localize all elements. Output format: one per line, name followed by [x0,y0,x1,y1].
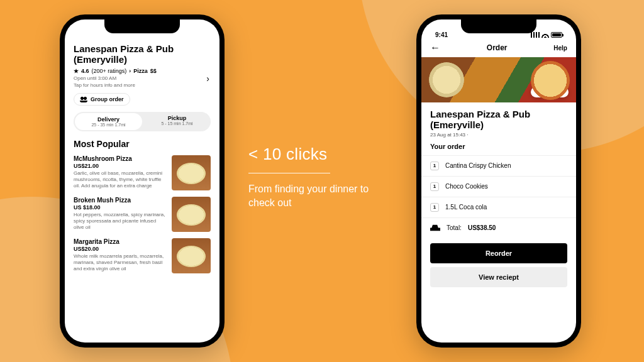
divider [248,173,330,173]
back-arrow-icon[interactable]: ← [430,42,440,53]
item-thumbnail [172,155,211,190]
marketing-copy: < 10 clicks From finding your dinner to … [248,145,393,209]
car-icon [430,224,440,232]
qty-badge: 1 [430,203,439,212]
order-line[interactable]: 1 1.5L Coca cola [430,197,567,217]
subheadline: From finding your dinner to check out [248,182,393,209]
rating-count: (200+ ratings) [92,68,127,74]
item-desc: Whole milk mozarrela pearls, mozarrela, … [74,253,167,272]
item-name: Margarita Pizza [74,238,167,245]
item-price: US$20.00 [74,246,167,252]
item-thumbnail [172,238,211,273]
store-title: Lanespan Pizza & Pub (Emeryville) [74,43,211,65]
item-price: US $18.00 [74,204,167,211]
pickup-tab[interactable]: Pickup 5 - 15 min 1.7mi [143,112,211,131]
group-order-button[interactable]: Group order [74,93,130,106]
line-name: Choco Cookies [445,183,488,190]
item-thumbnail [172,197,211,232]
rating-value: 4.6 [81,68,89,74]
item-name: Broken Mush Pizza [74,197,167,204]
total-row: Total: US$38.50 [430,218,567,239]
item-name: McMushroom Pizza [74,155,167,162]
hours-hint: Tap for hours info and more [74,82,211,88]
fulfillment-toggle[interactable]: Delivery 25 - 35 min 1.7mi Pickup 5 - 15… [74,112,211,131]
chevron-right-icon[interactable]: › [206,74,209,84]
wifi-icon [541,32,549,38]
item-desc: Hot peppers, mozzarella, spicy marinara,… [74,212,167,231]
qty-badge: 1 [430,182,439,191]
item-desc: Garlic, olive oil base, mozarella, cremi… [74,170,167,189]
phone-store-detail: Lanespan Pizza & Pub (Emeryville) ★ 4.6 … [60,14,225,348]
price-tier: $$ [150,68,157,74]
view-store-button[interactable]: View store [531,87,569,97]
item-price: US$21.00 [74,163,167,169]
page-title: Order [487,43,508,52]
pickup-meta: 5 - 15 min 1.7mi [143,121,211,126]
delivery-meta: 25 - 35 min 1.7mi [75,123,142,127]
menu-item[interactable]: Broken Mush Pizza US $18.00 Hot peppers,… [74,197,211,232]
line-name: Cantina Crispy Chicken [445,162,511,169]
rating-row[interactable]: ★ 4.6 (200+ ratings) › Pizza $$ [74,68,211,74]
people-icon [80,96,87,102]
order-timestamp: 23 Aug at 15:43 · [430,132,567,138]
signal-icon [531,32,540,38]
line-name: 1.5L Coca cola [445,204,487,211]
reorder-button[interactable]: Reorder [430,243,567,263]
order-line[interactable]: 1 Choco Cookies [430,177,567,197]
star-icon: ★ [74,68,79,74]
menu-item[interactable]: McMushroom Pizza US$21.00 Garlic, olive … [74,155,211,190]
hours: Open until 3:00 AM [74,75,211,81]
qty-badge: 1 [430,162,439,170]
battery-icon [551,32,562,38]
delivery-label: Delivery [75,116,142,123]
delivery-tab[interactable]: Delivery 25 - 35 min 1.7mi [75,113,142,130]
headline: < 10 clicks [248,145,393,164]
notch [104,19,180,33]
pickup-label: Pickup [143,115,211,121]
order-store-title: Lanespan Pizza & Pub (Emeryville) [430,109,567,131]
notch [461,19,536,33]
clock: 9:41 [435,31,448,38]
order-line[interactable]: 1 Cantina Crispy Chicken [430,156,567,176]
your-order-heading: Your order [430,143,567,150]
group-order-label: Group order [91,96,124,102]
menu-item[interactable]: Margarita Pizza US$20.00 Whole milk moza… [74,238,211,273]
total-label: Total: [447,224,462,231]
category: Pizza [133,68,148,74]
total-value: US$38.50 [468,224,496,231]
section-most-popular: Most Popular [74,139,211,149]
view-receipt-button[interactable]: View reciept [430,267,567,287]
bullet: › [129,68,131,74]
hero-image: View store [421,57,576,102]
phone-order-detail: 9:41 ← Order Help View store Lanespan Pi… [416,14,581,348]
help-link[interactable]: Help [553,45,567,52]
